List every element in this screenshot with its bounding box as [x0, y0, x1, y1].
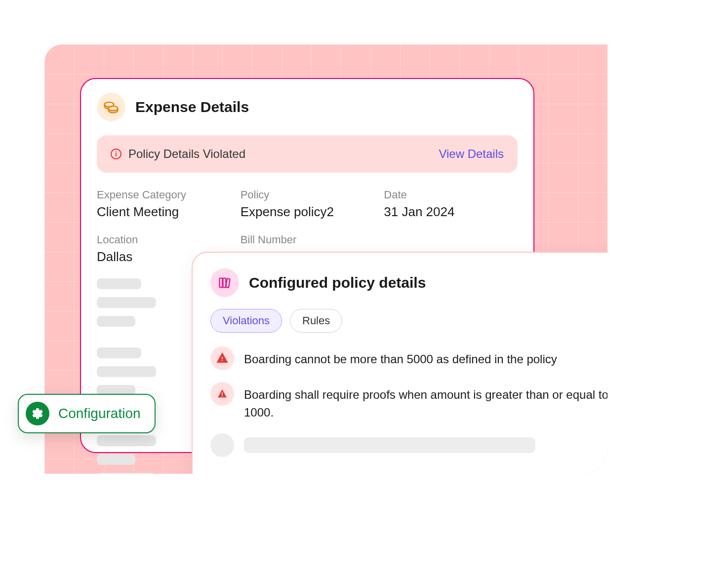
view-details-link[interactable]: View Details — [439, 147, 504, 161]
location-label: Location — [97, 233, 231, 246]
skeleton-line — [97, 278, 141, 289]
tab-row: Violations Rules — [210, 309, 607, 333]
skeleton-line — [97, 454, 135, 465]
date-label: Date — [384, 189, 518, 201]
skeleton-line — [97, 473, 156, 474]
policy-value: Expense policy2 — [241, 204, 374, 220]
skeleton-row — [210, 433, 607, 457]
skeleton-bar — [244, 437, 535, 453]
configuration-button[interactable]: Configuration — [18, 394, 156, 433]
violation-text: Boarding cannot be more than 5000 as def… — [244, 346, 557, 368]
expense-card-title: Expense Details — [135, 99, 249, 115]
skeleton-line — [97, 347, 141, 358]
expense-card-header: Expense Details — [97, 93, 518, 121]
policy-violated-banner: i Policy Details Violated View Details — [97, 135, 518, 173]
books-icon — [210, 268, 239, 297]
banner-text: Policy Details Violated — [128, 147, 245, 161]
tab-violations[interactable]: Violations — [210, 309, 282, 333]
skeleton-circle — [210, 433, 234, 457]
violation-item: Boarding shall require proofs when amoun… — [210, 382, 607, 421]
banner-left: i Policy Details Violated — [111, 147, 245, 161]
expense-category-cell: Expense Category Client Meeting — [97, 189, 231, 220]
skeleton-line — [97, 297, 156, 308]
expense-category-value: Client Meeting — [97, 204, 231, 220]
configuration-label: Configuration — [58, 406, 141, 421]
date-cell: Date 31 Jan 2024 — [384, 189, 518, 220]
alert-icon — [210, 346, 234, 370]
violation-text: Boarding shall require proofs when amoun… — [244, 382, 607, 421]
svg-rect-5 — [222, 357, 223, 359]
bill-number-label: Bill Number — [241, 233, 374, 246]
expense-category-label: Expense Category — [97, 189, 231, 201]
coins-icon — [97, 93, 125, 121]
info-icon: i — [111, 149, 121, 159]
skeleton-line — [97, 435, 156, 446]
policy-cell: Policy Expense policy2 — [241, 189, 374, 220]
policy-card-header: Configured policy details — [210, 268, 607, 297]
svg-rect-7 — [222, 392, 223, 395]
skeleton-line — [97, 366, 156, 377]
policy-label: Policy — [241, 189, 374, 201]
tab-rules[interactable]: Rules — [290, 309, 342, 333]
skeleton-line — [97, 316, 135, 327]
alert-icon — [210, 382, 234, 406]
svg-rect-4 — [226, 279, 230, 288]
configured-policy-card: Configured policy details Violations Rul… — [192, 252, 607, 474]
outer-container: Expense Details i Policy Details Violate… — [0, 0, 607, 474]
svg-point-6 — [222, 360, 223, 361]
svg-point-1 — [109, 106, 118, 111]
gear-icon — [26, 402, 49, 425]
date-value: 31 Jan 2024 — [384, 204, 518, 220]
policy-card-title: Configured policy details — [249, 274, 426, 291]
svg-point-8 — [222, 396, 223, 397]
svg-rect-2 — [220, 278, 223, 288]
violation-item: Boarding cannot be more than 5000 as def… — [210, 346, 607, 370]
